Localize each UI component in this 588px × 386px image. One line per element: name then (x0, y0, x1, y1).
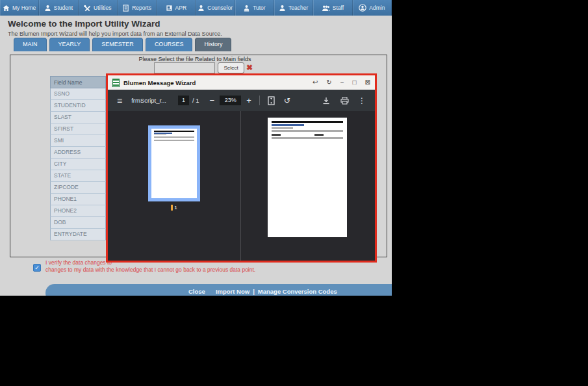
table-row[interactable]: STUDENTID (50, 100, 106, 112)
nav-label: Teacher (288, 5, 308, 11)
dialog-title: Blumen Message Wizard (123, 79, 309, 86)
zoom-in-button[interactable]: + (246, 96, 251, 105)
nav-label: Staff (333, 5, 344, 11)
page-total-label: / 1 (192, 97, 199, 104)
tab-courses[interactable]: COURSES (146, 38, 193, 51)
verify-line-2: changes to my data with the knowledge th… (45, 266, 325, 274)
people-icon (322, 5, 330, 12)
close-button[interactable]: Close (188, 288, 205, 295)
person-icon (198, 5, 205, 12)
nav-label: Student (54, 5, 73, 11)
download-icon[interactable] (322, 97, 330, 105)
nav-item-reports[interactable]: Reports (118, 0, 157, 16)
table-row[interactable]: CITY (50, 159, 106, 170)
nav-label: Tutor (253, 5, 266, 11)
thumbnail-page-number: 1 (108, 205, 240, 211)
pdf-page-pane[interactable] (241, 111, 375, 261)
nav-item-apr[interactable]: APR (157, 0, 196, 16)
nav-item-utilities[interactable]: Utilities (79, 0, 118, 16)
toolbar-divider (259, 96, 260, 105)
pdf-thumbnail-pane: 1 (108, 111, 241, 261)
table-row[interactable]: SMI (50, 135, 106, 147)
book-icon (166, 5, 173, 12)
select-file-button[interactable]: Select (218, 62, 244, 73)
table-row[interactable]: SLAST (50, 112, 106, 123)
page-title: Welcome to the Import Utility Wizard (8, 19, 160, 29)
zoom-out-button[interactable]: − (210, 96, 215, 105)
pdf-viewer-body: 1 (108, 111, 375, 261)
page-thumbnail-selected[interactable] (148, 125, 200, 201)
person-icon (44, 5, 51, 12)
table-row[interactable]: PHONE2 (50, 205, 106, 217)
tools-icon (84, 5, 91, 12)
field-name-table: Field Name SSNO STUDENTID SLAST SFIRST S… (50, 76, 106, 240)
nav-label: Reports (132, 5, 151, 11)
table-row[interactable]: ENTRYDATE (50, 229, 106, 240)
nav-item-my-home[interactable]: My Home (0, 0, 39, 16)
tab-main[interactable]: MAIN (14, 38, 47, 51)
app-window: My Home Student Utilities Reports APR Co… (0, 0, 392, 296)
table-row[interactable]: STATE (50, 170, 106, 182)
nav-label: APR (175, 5, 186, 11)
thumbnail-page (151, 129, 197, 198)
zoom-level-input[interactable]: 23% (220, 96, 241, 105)
pdf-page-preview (268, 118, 347, 237)
field-table-header: Field Name (50, 76, 106, 88)
footer-divider: | (253, 288, 255, 295)
clear-file-icon[interactable]: ✖ (246, 63, 253, 72)
nav-item-tutor[interactable]: Tutor (235, 0, 274, 16)
report-icon (122, 5, 129, 12)
menu-icon[interactable]: ≡ (117, 96, 122, 106)
print-icon[interactable] (340, 97, 349, 105)
table-row[interactable]: DOB (50, 217, 106, 229)
nav-item-staff[interactable]: Staff (313, 0, 352, 16)
form-icon (112, 79, 120, 87)
tab-yearly[interactable]: YEARLY (49, 38, 90, 51)
tab-semester[interactable]: SEMESTER (92, 38, 143, 51)
top-navbar: My Home Student Utilities Reports APR Co… (0, 0, 392, 16)
nav-label: Utilities (94, 5, 111, 11)
more-options-icon[interactable]: ⋮ (358, 96, 366, 105)
table-row[interactable]: PHONE1 (50, 194, 106, 205)
page-number-input[interactable]: 1 (178, 96, 189, 105)
person-circle-icon (359, 4, 366, 12)
manage-conversion-codes-button[interactable]: Manage Conversion Codes (258, 288, 337, 295)
nav-label: Counselor (207, 5, 233, 11)
page-subtitle: The Blumen Import Wizard will help you i… (8, 31, 222, 37)
table-row[interactable]: ADDRESS (50, 147, 106, 159)
fit-to-page-icon[interactable] (268, 96, 275, 105)
refresh-icon[interactable]: ↻ (326, 79, 331, 86)
nav-item-teacher[interactable]: Teacher (274, 0, 313, 16)
close-icon[interactable]: ⊠ (365, 79, 370, 86)
footer-action-bar: Close Import Now | Manage Conversion Cod… (45, 284, 392, 296)
nav-item-student[interactable]: Student (39, 0, 78, 16)
table-row[interactable]: SSNO (50, 88, 106, 100)
file-path-input[interactable] (154, 62, 215, 73)
rotate-icon[interactable]: ↺ (284, 96, 290, 105)
wizard-tabs: MAIN YEARLY SEMESTER COURSES History (14, 38, 231, 51)
minimize-icon[interactable]: − (340, 79, 344, 86)
maximize-icon[interactable]: □ (353, 79, 357, 86)
blumen-message-wizard-dialog: Blumen Message Wizard ↩ ↻ − □ ⊠ ≡ frmScr… (106, 73, 377, 263)
pdf-filename: frmScript_r... (131, 97, 166, 104)
person-icon (279, 5, 286, 12)
table-row[interactable]: SFIRST (50, 123, 106, 135)
tab-history[interactable]: History (195, 38, 231, 51)
verify-checkbox[interactable]: ✓ (33, 264, 41, 272)
nav-label: My Home (12, 5, 36, 11)
import-now-button[interactable]: Import Now (216, 288, 249, 295)
home-icon (3, 5, 10, 12)
nav-label: Admin (369, 5, 385, 11)
pdf-viewer-toolbar: ≡ frmScript_r... 1 / 1 − 23% + ↺ ⋮ (108, 90, 375, 111)
restore-window-icon[interactable]: ↩ (313, 79, 318, 86)
nav-item-counselor[interactable]: Counselor (196, 0, 235, 16)
table-row[interactable]: ZIPCODE (50, 182, 106, 194)
dialog-titlebar[interactable]: Blumen Message Wizard ↩ ↻ − □ ⊠ (108, 75, 375, 90)
nav-item-admin[interactable]: Admin (353, 0, 392, 16)
person-icon (243, 5, 250, 12)
file-select-prompt: Please Select the file Related to Main f… (0, 56, 390, 62)
